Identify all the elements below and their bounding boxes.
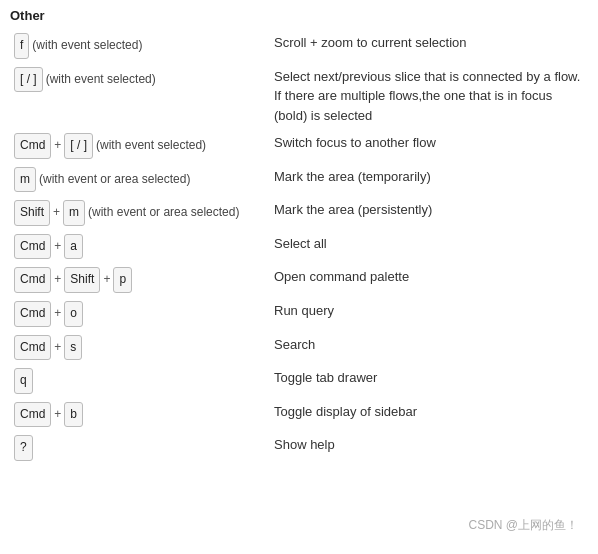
shortcut-suffix: (with event or area selected) <box>88 202 239 224</box>
shortcut-keys-scroll-zoom: f (with event selected) <box>10 29 270 63</box>
shortcut-row-select-all: Cmd+aSelect all <box>10 230 588 264</box>
shortcut-suffix: (with event selected) <box>32 35 142 57</box>
key-shift: Shift <box>14 200 50 226</box>
shortcut-row-scroll-zoom: f (with event selected)Scroll + zoom to … <box>10 29 588 63</box>
shortcut-keys-next-prev-slice: [ / ] (with event selected) <box>10 63 270 130</box>
key-cmd: Cmd <box>14 267 51 293</box>
plus-sign: + <box>54 303 61 325</box>
key-b: b <box>64 402 83 428</box>
shortcut-row-toggle-sidebar: Cmd+bToggle display of sidebar <box>10 398 588 432</box>
shortcut-keys-mark-temp: m (with event or area selected) <box>10 163 270 197</box>
key-cmd: Cmd <box>14 402 51 428</box>
shortcut-row-show-help: ?Show help <box>10 431 588 465</box>
plus-sign: + <box>54 404 61 426</box>
key-p: p <box>113 267 132 293</box>
shortcut-desc-show-help: Show help <box>270 431 588 465</box>
plus-sign: + <box>54 236 61 258</box>
section-title: Other <box>10 8 588 23</box>
plus-sign: + <box>54 135 61 157</box>
shortcut-keys-toggle-sidebar: Cmd+b <box>10 398 270 432</box>
shortcut-row-mark-temp: m (with event or area selected)Mark the … <box>10 163 588 197</box>
shortcut-row-run-query: Cmd+oRun query <box>10 297 588 331</box>
shortcut-desc-next-prev-slice: Select next/previous slice that is conne… <box>270 63 588 130</box>
key-cmd: Cmd <box>14 335 51 361</box>
plus-sign: + <box>103 269 110 291</box>
shortcut-desc-select-all: Select all <box>270 230 588 264</box>
shortcut-keys-show-help: ? <box>10 431 270 465</box>
shortcut-keys-search: Cmd+s <box>10 331 270 365</box>
key-a: a <box>64 234 83 260</box>
shortcut-desc-toggle-tab: Toggle tab drawer <box>270 364 588 398</box>
key-f: f <box>14 33 29 59</box>
shortcut-desc-mark-persist: Mark the area (persistently) <box>270 196 588 230</box>
plus-sign: + <box>54 269 61 291</box>
shortcut-suffix: (with event selected) <box>96 135 206 157</box>
watermark: CSDN @上网的鱼！ <box>468 517 578 534</box>
shortcut-keys-mark-persist: Shift+m (with event or area selected) <box>10 196 270 230</box>
shortcut-keys-cmd-palette: Cmd+Shift+p <box>10 263 270 297</box>
shortcut-suffix: (with event selected) <box>46 69 156 91</box>
key-cmd: Cmd <box>14 301 51 327</box>
key-m: m <box>63 200 85 226</box>
shortcut-desc-scroll-zoom: Scroll + zoom to current selection <box>270 29 588 63</box>
key-o: o <box>64 301 83 327</box>
shortcut-desc-search: Search <box>270 331 588 365</box>
key-cmd: Cmd <box>14 133 51 159</box>
shortcut-desc-mark-temp: Mark the area (temporarily) <box>270 163 588 197</box>
key-m: m <box>14 167 36 193</box>
key-s: s <box>64 335 82 361</box>
shortcut-row-toggle-tab: qToggle tab drawer <box>10 364 588 398</box>
shortcut-desc-toggle-sidebar: Toggle display of sidebar <box>270 398 588 432</box>
shortcut-row-mark-persist: Shift+m (with event or area selected)Mar… <box>10 196 588 230</box>
plus-sign: + <box>54 337 61 359</box>
key-q: q <box>14 368 33 394</box>
shortcut-desc-run-query: Run query <box>270 297 588 331</box>
shortcut-row-switch-focus: Cmd+[ / ] (with event selected)Switch fo… <box>10 129 588 163</box>
shortcut-keys-select-all: Cmd+a <box>10 230 270 264</box>
shortcut-keys-switch-focus: Cmd+[ / ] (with event selected) <box>10 129 270 163</box>
shortcut-keys-toggle-tab: q <box>10 364 270 398</box>
shortcut-keys-run-query: Cmd+o <box>10 297 270 331</box>
key-[-/-]: [ / ] <box>14 67 43 93</box>
key-cmd: Cmd <box>14 234 51 260</box>
key-shift: Shift <box>64 267 100 293</box>
shortcut-desc-cmd-palette: Open command palette <box>270 263 588 297</box>
shortcut-desc-switch-focus: Switch focus to another flow <box>270 129 588 163</box>
shortcut-suffix: (with event or area selected) <box>39 169 190 191</box>
key-[-/-]: [ / ] <box>64 133 93 159</box>
shortcut-row-cmd-palette: Cmd+Shift+pOpen command palette <box>10 263 588 297</box>
plus-sign: + <box>53 202 60 224</box>
shortcut-table: f (with event selected)Scroll + zoom to … <box>10 29 588 465</box>
shortcut-row-search: Cmd+sSearch <box>10 331 588 365</box>
key-?: ? <box>14 435 33 461</box>
shortcut-row-next-prev-slice: [ / ] (with event selected)Select next/p… <box>10 63 588 130</box>
